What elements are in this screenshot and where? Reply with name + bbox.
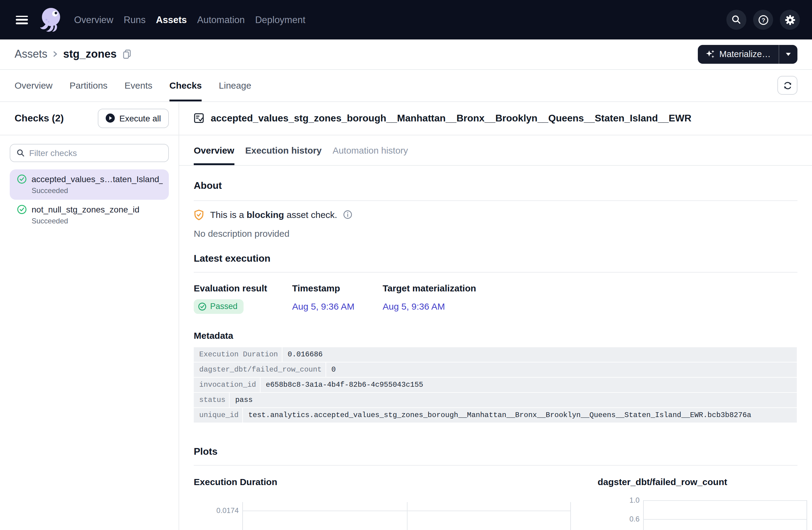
no-description-text: No description provided: [194, 228, 797, 238]
metadata-heading: Metadata: [194, 330, 797, 340]
execute-all-label: Execute all: [119, 114, 161, 123]
check-detail-panel: accepted_values_stg_zones_borough__Manha…: [179, 102, 812, 530]
tab-lineage[interactable]: Lineage: [219, 70, 251, 101]
check-success-icon: [17, 174, 27, 183]
checks-sidebar-header: Checks (2) Execute all: [0, 102, 178, 135]
table-row: invocation_id e658b8c8-3a1a-4b4f-82b6-4c…: [194, 377, 797, 393]
y-axis-tick-label: 0.0174: [217, 506, 239, 515]
plots-heading: Plots: [194, 446, 797, 457]
materialize-split-button: Materialize…: [698, 45, 797, 64]
help-button[interactable]: ?: [753, 10, 773, 30]
badge-check-icon: [198, 302, 206, 311]
tab-overview[interactable]: Overview: [15, 70, 53, 101]
nav-item-automation[interactable]: Automation: [197, 14, 245, 25]
primary-nav: Overview Runs Assets Automation Deployme…: [74, 14, 305, 25]
chart-gridline: [644, 519, 807, 519]
metadata-key: invocation_id: [194, 377, 260, 392]
search-button[interactable]: [726, 10, 746, 30]
nav-item-assets[interactable]: Assets: [156, 14, 187, 25]
check-item-status: Succeeded: [32, 217, 163, 225]
materialize-dropdown-button[interactable]: [779, 45, 797, 64]
checks-count-title: Checks (2): [15, 113, 64, 124]
nav-item-deployment[interactable]: Deployment: [255, 14, 305, 25]
materialize-button[interactable]: Materialize…: [698, 45, 779, 64]
asset-tabs-row: Overview Partitions Events Checks Lineag…: [0, 70, 812, 102]
app-root: Overview Runs Assets Automation Deployme…: [0, 0, 812, 530]
plots-grid: Execution Duration dagster_dbt/failed_ro…: [194, 465, 811, 530]
breadcrumb-chevron-icon: [52, 51, 59, 58]
check-header: accepted_values_stg_zones_borough__Manha…: [179, 102, 812, 135]
check-list-item[interactable]: not_null_stg_zones_zone_id Succeeded: [10, 200, 169, 230]
materialize-label: Materialize…: [720, 49, 771, 59]
top-navbar: Overview Runs Assets Automation Deployme…: [0, 0, 812, 40]
metadata-value: 0: [326, 362, 797, 377]
copy-asset-name-button[interactable]: [122, 49, 132, 59]
metadata-value: test.analytics.accepted_values_stg_zones…: [243, 408, 797, 422]
check-success-icon: [17, 204, 27, 214]
column-header-evaluation-result: Evaluation result: [194, 283, 292, 293]
check-item-status: Succeeded: [32, 186, 163, 195]
nav-actions: ?: [726, 10, 800, 30]
timestamp-link[interactable]: Aug 5, 9:36 AM: [292, 301, 382, 311]
info-icon[interactable]: [343, 210, 352, 219]
filter-row: [0, 135, 178, 167]
breadcrumb-current-asset: stg_zones: [63, 48, 117, 61]
metadata-key: unique_id: [194, 408, 243, 422]
column-header-target-materialization: Target materialization: [382, 283, 797, 293]
sparkle-icon: [706, 50, 715, 59]
subtab-execution-history[interactable]: Execution history: [245, 135, 322, 165]
settings-button[interactable]: [780, 10, 800, 30]
check-item-name: not_null_stg_zones_zone_id: [32, 204, 140, 214]
hamburger-menu-icon[interactable]: [16, 15, 28, 24]
section-divider: [194, 272, 797, 272]
filter-search-icon: [16, 148, 25, 157]
blocking-check-row: This is a blocking asset check.: [194, 209, 797, 220]
execute-all-button[interactable]: Execute all: [98, 109, 169, 128]
about-heading: About: [194, 180, 797, 191]
breadcrumb-row: Assets stg_zones Materialize…: [0, 40, 812, 70]
check-overview-sections: About This is a blocking asset check. No…: [179, 165, 812, 530]
dagster-logo[interactable]: [38, 6, 64, 34]
latest-execution-values: Passed Aug 5, 9:36 AM Aug 5, 9:36 AM: [194, 299, 797, 313]
metadata-key: status: [194, 393, 230, 407]
asset-check-icon: [194, 113, 204, 123]
table-row: status pass: [194, 393, 797, 408]
chart-title-execution-duration: Execution Duration: [194, 476, 277, 487]
checks-sidebar: Checks (2) Execute all: [0, 102, 179, 530]
latest-execution-heading: Latest execution: [194, 253, 797, 264]
metadata-table: Execution Duration 0.016686 dagster_dbt/…: [194, 347, 797, 423]
shield-check-icon: [194, 209, 204, 220]
tab-events[interactable]: Events: [125, 70, 153, 101]
check-subtabs: Overview Execution history Automation hi…: [179, 135, 812, 165]
blocking-text: This is a blocking asset check.: [210, 209, 337, 220]
search-icon: [731, 15, 742, 25]
subtab-overview[interactable]: Overview: [194, 135, 234, 165]
svg-text:?: ?: [761, 17, 765, 23]
refresh-button[interactable]: [778, 76, 797, 95]
filter-checks-input[interactable]: [29, 148, 162, 158]
chevron-down-icon: [786, 53, 791, 56]
y-axis-tick-label: 1.0: [629, 496, 639, 504]
nav-item-runs[interactable]: Runs: [124, 14, 145, 25]
breadcrumb-assets-link[interactable]: Assets: [15, 48, 47, 61]
section-divider: [194, 200, 797, 201]
filter-checks-field: [10, 144, 169, 162]
tab-checks[interactable]: Checks: [170, 70, 202, 101]
metadata-value: pass: [230, 393, 797, 407]
table-row: dagster_dbt/failed_row_count 0: [194, 362, 797, 377]
refresh-icon: [783, 81, 792, 90]
tab-partitions[interactable]: Partitions: [70, 70, 107, 101]
chart-title-failed-row-count: dagster_dbt/failed_row_count: [598, 476, 727, 487]
target-materialization-link[interactable]: Aug 5, 9:36 AM: [382, 301, 797, 311]
failed-row-count-chart: 1.0 0.6: [643, 500, 807, 530]
chart-gridline: [644, 500, 807, 501]
table-row: unique_id test.analytics.accepted_values…: [194, 408, 797, 423]
subtab-automation-history: Automation history: [333, 135, 408, 165]
metadata-key: dagster_dbt/failed_row_count: [194, 362, 326, 377]
chart-gridline: [243, 511, 570, 511]
metadata-value: 0.016686: [282, 347, 797, 362]
help-icon: ?: [758, 14, 769, 25]
nav-item-overview[interactable]: Overview: [74, 14, 113, 25]
check-list-item[interactable]: accepted_values_s…taten_Island_ Succeede…: [10, 169, 169, 200]
play-circle-icon: [105, 114, 115, 123]
